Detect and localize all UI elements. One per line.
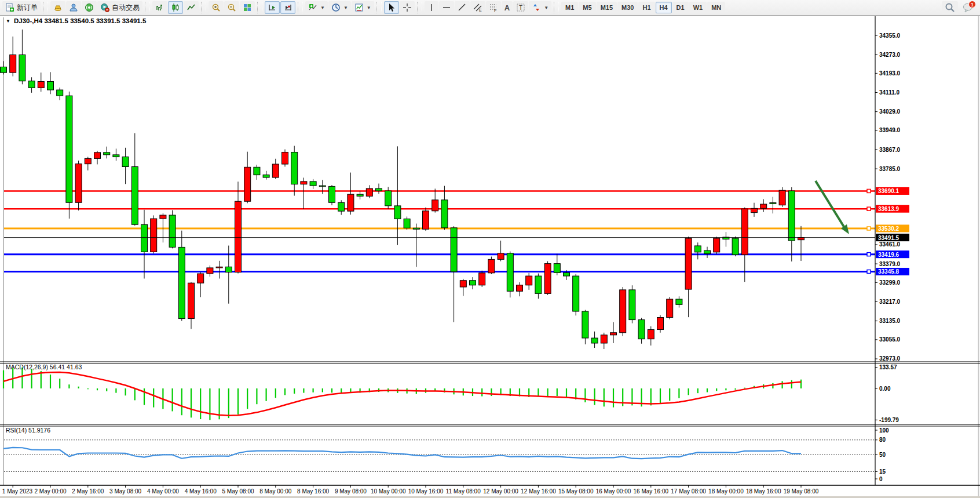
svg-text:T: T xyxy=(519,5,522,11)
crosshair-button[interactable] xyxy=(400,1,415,14)
svg-text:2 May 16:00: 2 May 16:00 xyxy=(72,488,104,495)
label-button[interactable]: T xyxy=(513,1,528,14)
indicators-icon xyxy=(308,3,317,12)
indicators-button[interactable]: ▼ xyxy=(305,1,328,14)
auto-scroll-icon xyxy=(268,3,277,12)
vertical-line-button[interactable] xyxy=(425,1,438,14)
new-order-label: 新订单 xyxy=(17,3,38,13)
search-button[interactable] xyxy=(942,1,958,14)
svg-text:80: 80 xyxy=(879,437,886,443)
templates-icon xyxy=(354,3,364,12)
svg-text:4 May 00:00: 4 May 00:00 xyxy=(147,488,179,495)
auto-scroll-button[interactable] xyxy=(265,1,280,14)
svg-text:-199.79: -199.79 xyxy=(879,417,899,423)
toolbar-grip xyxy=(376,2,382,13)
bar-chart-button[interactable] xyxy=(152,1,167,14)
market-icon xyxy=(53,3,63,12)
svg-text:33419.6: 33419.6 xyxy=(878,252,899,258)
svg-text:33135.0: 33135.0 xyxy=(879,318,901,324)
chevron-down-icon: ▼ xyxy=(367,5,371,10)
timeframe-button-h1[interactable]: H1 xyxy=(638,2,654,13)
line-chart-icon xyxy=(187,3,196,12)
svg-text:34273.0: 34273.0 xyxy=(879,52,901,58)
chart-window: MACD(12,26,9) 56.41 41.63RSI(14) 51.9176… xyxy=(0,16,980,498)
svg-text:15 May 08:00: 15 May 08:00 xyxy=(558,488,594,495)
horizontal-line-icon xyxy=(442,3,451,12)
signals-button[interactable] xyxy=(66,1,81,14)
svg-text:12 May 16:00: 12 May 16:00 xyxy=(521,488,556,495)
svg-text:12 May 00:00: 12 May 00:00 xyxy=(483,488,518,495)
toolbar-grip xyxy=(257,2,262,13)
horizontal-line-button[interactable] xyxy=(439,1,454,14)
timeframe-button-mn[interactable]: MN xyxy=(707,2,725,13)
candlestick-chart-button[interactable] xyxy=(168,1,183,14)
svg-text:100: 100 xyxy=(879,427,889,434)
timeframe-button-h4[interactable]: H4 xyxy=(656,2,672,13)
svg-text:33949.0: 33949.0 xyxy=(879,127,901,133)
channel-button[interactable]: E xyxy=(470,1,485,14)
shapes-button[interactable]: ▼ xyxy=(529,1,551,14)
fibonacci-button[interactable]: F xyxy=(486,1,501,14)
zoom-out-icon xyxy=(227,3,236,12)
svg-text:0.00: 0.00 xyxy=(879,386,891,392)
timeframe-button-d1[interactable]: D1 xyxy=(672,2,689,13)
label-icon: T xyxy=(516,3,525,12)
svg-text:33055.0: 33055.0 xyxy=(879,336,901,343)
autotrading-button[interactable]: 自动交易 xyxy=(97,1,142,14)
candlestick-chart-icon xyxy=(171,3,180,12)
svg-text:133.57: 133.57 xyxy=(879,364,897,370)
svg-text:E: E xyxy=(479,8,482,12)
svg-text:10 May 00:00: 10 May 00:00 xyxy=(371,488,406,495)
timeframe-button-m5[interactable]: M5 xyxy=(579,2,595,13)
price-tag: 33613.9 xyxy=(876,205,909,213)
svg-text:33461.0: 33461.0 xyxy=(879,241,901,248)
price-tag: 33491.5 xyxy=(876,234,909,241)
svg-text:34355.0: 34355.0 xyxy=(879,32,901,39)
trendline-button[interactable] xyxy=(455,1,470,14)
timeframe-button-m1[interactable]: M1 xyxy=(561,2,578,13)
notifications-button[interactable]: 1 xyxy=(961,1,974,14)
market-button[interactable] xyxy=(50,1,65,14)
new-order-button[interactable]: 新订单 xyxy=(2,1,41,14)
svg-text:18 May 16:00: 18 May 16:00 xyxy=(746,488,781,495)
tile-windows-icon xyxy=(243,3,252,12)
line-chart-button[interactable] xyxy=(184,1,199,14)
timeframe-button-m15[interactable]: M15 xyxy=(597,2,617,13)
crosshair-icon xyxy=(403,3,412,12)
one-click-trading-arrow[interactable]: ▼ xyxy=(6,19,10,24)
svg-text:34029.0: 34029.0 xyxy=(879,108,901,115)
timeframe-button-w1[interactable]: W1 xyxy=(689,2,707,13)
timeframe-button-m30[interactable]: M30 xyxy=(617,2,638,13)
svg-text:8 May 16:00: 8 May 16:00 xyxy=(297,488,329,495)
news-button[interactable] xyxy=(82,1,97,14)
periods-button[interactable]: ▼ xyxy=(328,1,351,14)
zoom-in-button[interactable] xyxy=(209,1,224,14)
text-button[interactable]: A xyxy=(502,1,513,14)
fibonacci-icon: F xyxy=(489,3,498,12)
toolbar-grip xyxy=(43,2,48,13)
svg-text:2 May 00:00: 2 May 00:00 xyxy=(34,488,66,495)
rsi-label: RSI(14) 51.9176 xyxy=(6,427,50,434)
svg-text:5 May 08:00: 5 May 08:00 xyxy=(222,488,254,495)
chart-canvas[interactable]: MACD(12,26,9) 56.41 41.63RSI(14) 51.9176… xyxy=(0,16,980,498)
toolbar-grip xyxy=(201,2,206,13)
svg-text:4 May 16:00: 4 May 16:00 xyxy=(185,488,217,495)
signals-icon xyxy=(69,3,78,12)
news-icon xyxy=(85,3,94,12)
chevron-down-icon: ▼ xyxy=(320,5,325,10)
svg-text:33345.8: 33345.8 xyxy=(878,268,899,275)
toolbar-grip xyxy=(145,2,150,13)
cursor-button[interactable] xyxy=(384,1,399,14)
toolbar-grip xyxy=(417,2,422,13)
svg-text:17 May 08:00: 17 May 08:00 xyxy=(671,488,706,495)
tile-windows-button[interactable] xyxy=(240,1,255,14)
zoom-out-button[interactable] xyxy=(224,1,239,14)
svg-text:11 May 08:00: 11 May 08:00 xyxy=(446,488,481,495)
text-icon: A xyxy=(504,3,510,12)
chart-shift-button[interactable] xyxy=(280,1,295,14)
svg-text:19 May 08:00: 19 May 08:00 xyxy=(784,488,819,495)
svg-text:8 May 00:00: 8 May 00:00 xyxy=(259,488,291,495)
templates-button[interactable]: ▼ xyxy=(352,1,374,14)
svg-text:33867.0: 33867.0 xyxy=(879,147,901,153)
svg-text:33530.2: 33530.2 xyxy=(878,226,899,232)
